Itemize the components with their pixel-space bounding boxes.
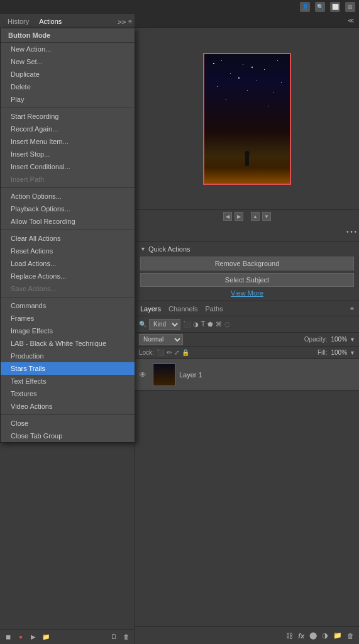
view-more-link[interactable]: View More	[140, 289, 354, 297]
layers-toolbar: 🔍 Kind ⬛ ◑ T ⬟ ⌘ ◌	[135, 316, 359, 333]
opacity-value[interactable]: 100%	[331, 336, 348, 343]
menu-item-delete[interactable]: Delete	[1, 80, 135, 93]
menu-item-duplicate[interactable]: Duplicate	[1, 68, 135, 80]
menu-item-play[interactable]: Play	[1, 93, 135, 106]
tab-actions[interactable]: Actions	[34, 15, 67, 29]
menu-item-reset-actions[interactable]: Reset Actions	[1, 245, 135, 257]
menu-item-new-action[interactable]: New Action...	[1, 43, 135, 55]
menu-item-record-again[interactable]: Record Again...	[1, 123, 135, 135]
menu-item-frames[interactable]: Frames	[1, 312, 135, 325]
person-icon[interactable]: 👤	[300, 2, 310, 12]
menu-item-load-actions[interactable]: Load Actions...	[1, 257, 135, 270]
filter-icon[interactable]: ◌	[224, 321, 230, 328]
delete-icon[interactable]: 🗑	[122, 633, 131, 641]
play-icon[interactable]: ▶	[29, 633, 38, 641]
tab-paths[interactable]: Paths	[206, 305, 223, 313]
menu-item-stars-trails[interactable]: Stars Trails	[1, 362, 135, 375]
quick-actions-section: ▼ Quick Actions Remove Background Select…	[135, 242, 359, 301]
preview-area	[135, 28, 359, 210]
menu-item-allow-tool-recording[interactable]: Allow Tool Recording	[1, 215, 135, 228]
menu-item-clear-all[interactable]: Clear All Actions	[1, 232, 135, 245]
adjustment-icon[interactable]: ◑	[322, 631, 328, 640]
scroll-controls: ◀ ▶ ▲ ▼	[135, 210, 359, 223]
scroll-left-btn[interactable]: ◀	[223, 212, 232, 221]
lock-label: Lock:	[139, 349, 154, 356]
stop-icon[interactable]: ◼	[4, 633, 13, 641]
link-icon[interactable]: ⛓	[286, 632, 293, 640]
fill-label: Fill:	[318, 349, 328, 356]
menu-item-close[interactable]: Close	[1, 417, 135, 430]
lock-art-icon[interactable]: ⤢	[174, 349, 179, 356]
scroll-up-btn[interactable]: ▲	[251, 212, 260, 221]
lock-pixels-icon[interactable]: ⬛	[157, 349, 164, 356]
arrange-icon[interactable]: ⊞	[345, 2, 355, 12]
menu-item-start-recording[interactable]: Start Recording	[1, 110, 135, 123]
menu-item-insert-conditional[interactable]: Insert Conditional...	[1, 160, 135, 173]
scroll-down-btn[interactable]: ▼	[262, 212, 271, 221]
layer-item[interactable]: 👁 Layer 1	[135, 359, 359, 391]
panel-menu-icon[interactable]: ≡	[128, 18, 132, 25]
search-layer-icon[interactable]: 🔍	[139, 321, 146, 328]
menu-item-image-effects[interactable]: Image Effects	[1, 325, 135, 337]
shape-icon[interactable]: ⬟	[207, 321, 213, 328]
fill-value[interactable]: 100%	[331, 349, 348, 356]
menu-item-text-effects[interactable]: Text Effects	[1, 375, 135, 387]
menu-item-insert-path: Insert Path	[1, 173, 135, 186]
separator-2	[1, 187, 135, 188]
folder-new-icon[interactable]: 📁	[333, 631, 342, 640]
window-icon[interactable]: ⬜	[330, 2, 340, 12]
menu-button-mode[interactable]: Button Mode	[1, 28, 135, 43]
blend-mode-select[interactable]: Normal	[139, 334, 183, 345]
select-subject-button[interactable]: Select Subject	[140, 273, 354, 287]
menu-item-production[interactable]: Production	[1, 350, 135, 362]
menu-item-replace-actions[interactable]: Replace Actions...	[1, 270, 135, 282]
menu-item-insert-menu[interactable]: Insert Menu Item...	[1, 135, 135, 148]
middle-section: • • •	[135, 223, 359, 242]
menu-item-playback-options[interactable]: Playback Options...	[1, 203, 135, 215]
menu-item-lab-bw[interactable]: LAB - Black & White Technique	[1, 337, 135, 350]
menu-item-save-actions: Save Actions...	[1, 282, 135, 295]
layer-visibility-icon[interactable]: 👁	[139, 370, 149, 379]
bottom-bar: ⛓ fx ⬤ ◑ 📁 🗑	[135, 626, 359, 644]
new-icon[interactable]: 🗒	[109, 633, 118, 641]
actions-toolbar: ◼ ● ▶ 📁 🗒 🗑	[0, 629, 135, 644]
top-bar: 👤 🔍 ⬜ ⊞	[0, 0, 359, 14]
menu-item-insert-stop[interactable]: Insert Stop...	[1, 148, 135, 160]
mask-icon[interactable]: ⬤	[309, 631, 317, 640]
record-icon[interactable]: ●	[16, 633, 25, 641]
separator-1	[1, 108, 135, 108]
collapse-arrows-icon[interactable]: ≪	[345, 17, 356, 24]
layers-menu-icon[interactable]: ≡	[350, 305, 354, 312]
text-icon[interactable]: T	[201, 321, 205, 328]
menu-item-new-set[interactable]: New Set...	[1, 55, 135, 68]
fx-icon[interactable]: fx	[298, 632, 304, 640]
remove-background-button[interactable]: Remove Background	[140, 257, 354, 270]
quick-actions-header: ▼ Quick Actions	[140, 245, 354, 253]
right-content: ≪	[135, 14, 359, 644]
properties-menu-icon[interactable]: • • •	[346, 228, 356, 235]
scroll-right-btn[interactable]: ▶	[235, 212, 243, 221]
trash-icon[interactable]: 🗑	[347, 632, 354, 640]
lock-all-icon[interactable]: 🔒	[182, 349, 189, 356]
layer-kind-select[interactable]: Kind	[149, 319, 180, 330]
quick-actions-title: Quick Actions	[148, 245, 191, 253]
fill-arrow-icon[interactable]: ▼	[350, 350, 355, 356]
menu-item-video-actions[interactable]: Video Actions	[1, 400, 135, 413]
menu-item-commands[interactable]: Commands	[1, 299, 135, 312]
menu-item-close-tab-group[interactable]: Close Tab Group	[1, 430, 135, 442]
tab-history[interactable]: History	[3, 15, 34, 29]
pixel-icon[interactable]: ⬛	[183, 321, 191, 328]
search-icon[interactable]: 🔍	[315, 2, 325, 12]
opacity-arrow-icon[interactable]: ▼	[350, 336, 355, 343]
expand-left-icon[interactable]: >>	[118, 18, 126, 26]
tab-layers[interactable]: Layers	[140, 305, 161, 313]
separator-3	[1, 230, 135, 230]
smart-icon[interactable]: ⌘	[216, 321, 222, 328]
folder-icon[interactable]: 📁	[41, 633, 50, 641]
layer-name: Layer 1	[179, 371, 202, 379]
menu-item-action-options[interactable]: Action Options...	[1, 190, 135, 203]
tab-channels[interactable]: Channels	[168, 305, 197, 313]
adjust-icon[interactable]: ◑	[193, 321, 199, 328]
menu-item-textures[interactable]: Textures	[1, 387, 135, 400]
lock-position-icon[interactable]: ✏	[167, 349, 172, 356]
